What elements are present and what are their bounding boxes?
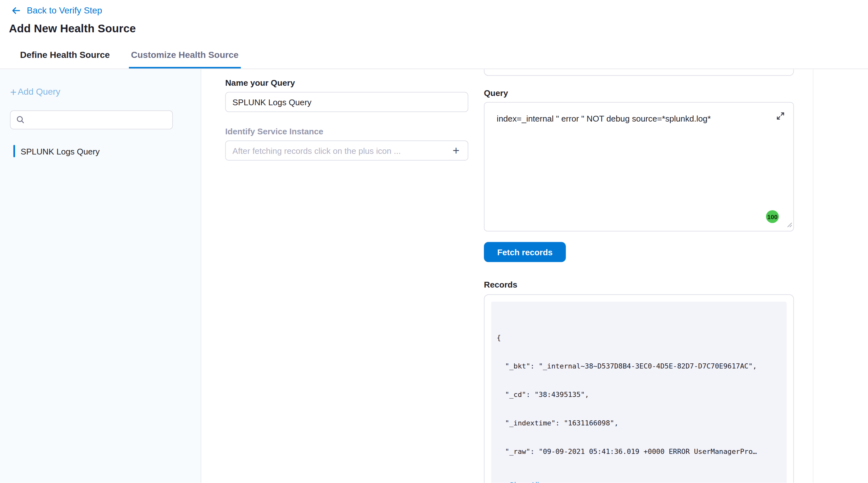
app-window: Back to Verify Step Add New Health Sourc… [0, 0, 868, 483]
right-gutter [813, 69, 868, 483]
back-arrow-icon[interactable] [11, 5, 21, 16]
tab-customize-health-source[interactable]: Customize Health Source [129, 42, 241, 69]
expand-query-button[interactable] [774, 110, 786, 122]
clipped-input[interactable] [484, 69, 794, 76]
add-query-label: Add Query [18, 87, 60, 97]
tab-define-health-source[interactable]: Define Health Source [18, 42, 112, 69]
record-json: { "_bkt": "_internal~38~D537D8B4-3EC0-4D… [497, 314, 781, 475]
show-all-link[interactable]: Show All [497, 481, 781, 483]
selected-indicator [13, 145, 15, 157]
back-row: Back to Verify Step [9, 4, 859, 17]
query-name-input[interactable] [225, 92, 468, 112]
records-label: Records [484, 280, 794, 290]
query-form-panel: Name your Query Identify Service Instanc… [201, 69, 484, 483]
record-line: "_cd": "38:4395135", [497, 390, 781, 399]
back-link[interactable]: Back to Verify Step [27, 5, 102, 16]
query-config-panel: Query index=_internal " error " NOT debu… [484, 69, 813, 483]
query-editor[interactable]: index=_internal " error " NOT debug sour… [484, 102, 794, 231]
content-area: + Add Query SPLUNK Logs Query [0, 69, 868, 483]
record-count-badge: 100 [766, 210, 779, 223]
fetch-records-button[interactable]: Fetch records [484, 242, 566, 262]
query-text[interactable]: index=_internal " error " NOT debug sour… [497, 113, 767, 124]
double-chevron-down-icon [499, 481, 506, 483]
record-line: "_indextime": "1631166098", [497, 418, 781, 428]
add-query-button[interactable]: + Add Query [10, 87, 191, 97]
query-item-label: SPLUNK Logs Query [21, 147, 99, 156]
record-card: { "_bkt": "_internal~38~D537D8B4-3EC0-4D… [491, 302, 787, 483]
record-line: { [497, 333, 781, 342]
search-input[interactable] [10, 110, 173, 129]
tabs-bar: Define Health Source Customize Health So… [0, 42, 868, 69]
query-sidebar: + Add Query SPLUNK Logs Query [0, 69, 201, 483]
record-line: "_raw": "09-09-2021 05:41:36.019 +0000 E… [497, 447, 781, 456]
records-list: { "_bkt": "_internal~38~D537D8B4-3EC0-4D… [484, 294, 794, 483]
query-search [10, 110, 191, 129]
identify-service-instance-label: Identify Service Instance [225, 127, 468, 136]
screenshot-viewport: Back to Verify Step Add New Health Sourc… [0, 0, 868, 483]
add-service-instance-plus-button[interactable]: + [450, 144, 463, 157]
record-line: "_bkt": "_internal~38~D537D8B4-3EC0-4D5E… [497, 361, 781, 371]
name-your-query-label: Name your Query [225, 78, 468, 88]
show-all-label: Show All [509, 481, 539, 483]
page-header: Back to Verify Step Add New Health Sourc… [0, 0, 868, 42]
service-instance-field: + [225, 141, 468, 160]
query-label: Query [484, 88, 794, 97]
page-title: Add New Health Source [9, 22, 859, 35]
resize-grip-icon[interactable] [787, 220, 792, 230]
sidebar-item-splunk-logs-query[interactable]: SPLUNK Logs Query [10, 144, 191, 158]
service-instance-input[interactable] [225, 141, 468, 160]
plus-icon: + [10, 88, 16, 97]
search-icon [16, 116, 25, 126]
